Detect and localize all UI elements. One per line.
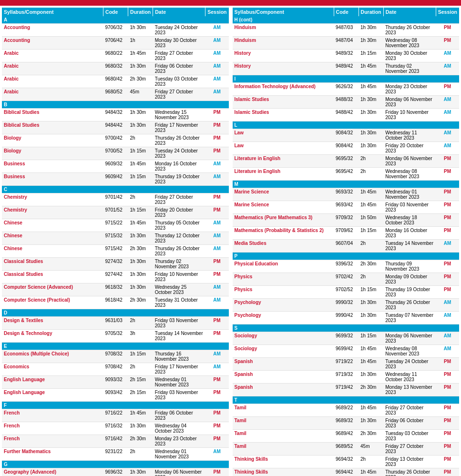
table-row: Hinduism9487/041h 30mWednesday 08 Novemb… — [233, 37, 460, 50]
duration-cell: 1h 15m — [128, 206, 153, 219]
duration-cell: 1h 45m — [359, 404, 383, 417]
date-cell: Friday 27 October 2023 — [153, 50, 205, 62]
table-row: Sociology9699/321h 15mMonday 06 November… — [233, 332, 460, 345]
code-cell: 9274/42 — [103, 271, 128, 284]
table-row: Chinese9715/422h 30mThursday 26 October … — [2, 245, 229, 258]
table-row: French9716/221h 45mFriday 06 October 202… — [2, 409, 229, 422]
code-cell: 9693/42 — [334, 201, 359, 214]
session-value: PM — [436, 201, 459, 214]
session-value: PM — [205, 468, 229, 476]
subject-name: Biology — [2, 134, 103, 147]
date-cell: Wednesday 08 November 2023 — [383, 168, 436, 181]
date-cell: Tuesday 03 October 2023 — [383, 430, 436, 443]
session-value: AM — [436, 142, 459, 155]
session-value: PM — [436, 83, 459, 96]
session-value: AM — [205, 284, 229, 296]
session-value: PM — [436, 417, 459, 430]
section-header: A — [2, 16, 229, 24]
subject-name: Tamil — [233, 417, 334, 430]
table-row: Information Technology (Advanced)9626/32… — [233, 83, 460, 96]
code-cell: 9716/42 — [103, 435, 128, 448]
section-header: H (cont) — [233, 16, 460, 24]
session-value: PM — [205, 147, 229, 160]
duration-cell: 2h 15m — [128, 389, 153, 402]
subject-name: English Language — [2, 389, 103, 402]
duration-cell: 2h — [128, 448, 153, 461]
date-cell: Wednesday 15 November 2023 — [153, 109, 205, 122]
table-row: Biology9700/422hThursday 26 October 2023… — [2, 134, 229, 147]
table-row: Accounting9706/321h 30mTuesday 24 Octobe… — [2, 24, 229, 37]
date-cell: Tuesday 14 November 2023 — [383, 240, 436, 253]
subject-name: Islamic Studies — [233, 109, 334, 122]
date-cell: Tuesday 24 October 2023 — [383, 358, 436, 371]
session-value: AM — [205, 37, 229, 50]
subject-name: Accounting — [2, 37, 103, 50]
table-row: English Language9093/422h 15mFriday 03 N… — [2, 389, 229, 402]
table-row: Biblical Studies9484/321h 30mWednesday 1… — [2, 109, 229, 122]
subject-name: Hinduism — [233, 24, 334, 37]
date-cell: Thursday 26 October 2023 — [383, 299, 436, 312]
table-row: Classical Studies9274/321h 30mThursday 0… — [2, 258, 229, 271]
subject-name: Design & Textiles — [2, 317, 103, 330]
section-header: F — [2, 402, 229, 409]
subject-name: Spanish — [233, 371, 334, 384]
table-row: Biology9700/521h 15mTuesday 24 October 2… — [2, 147, 229, 160]
duration-cell: 2h — [359, 155, 383, 168]
code-cell: 9695/42 — [334, 168, 359, 181]
duration-cell: 1h 30m — [359, 129, 383, 142]
code-cell: 9231/22 — [103, 448, 128, 461]
table-row: Spanish9719/422h 30mMonday 13 November 2… — [233, 384, 460, 396]
code-cell: 9719/22 — [334, 358, 359, 371]
date-cell: Friday 06 October 2023 — [153, 409, 205, 422]
session-value: AM — [205, 232, 229, 245]
table-row: Mathematics (Pure Mathematics 3)9709/321… — [233, 214, 460, 227]
date-cell: Thursday 26 October 2023 — [153, 245, 205, 258]
session-value: AM — [436, 109, 459, 122]
duration-cell: 2h — [359, 168, 383, 181]
session-value: AM — [436, 96, 459, 109]
table-row: Economics (Multiple Choice)9708/321h 15m… — [2, 350, 229, 363]
section-header: G — [2, 461, 229, 468]
date-cell: Monday 23 October 2023 — [383, 83, 436, 96]
subject-name: French — [2, 435, 103, 448]
code-cell: 9689/52 — [334, 443, 359, 456]
table-row: Business9609/321h 45mMonday 16 October 2… — [2, 160, 229, 173]
section-header: S — [233, 324, 460, 332]
date-cell: Monday 06 November 2023 — [383, 332, 436, 345]
duration-cell: 2h 30m — [359, 260, 383, 273]
duration-cell: 2h 30m — [128, 435, 153, 448]
session-value: PM — [436, 24, 459, 37]
subject-name: Classical Studies — [2, 271, 103, 284]
session-value: AM — [205, 160, 229, 173]
code-cell: 9702/52 — [334, 286, 359, 299]
code-cell: 9990/42 — [334, 312, 359, 324]
subject-name: Arabic — [2, 62, 103, 75]
col-header-date: Date — [383, 8, 436, 16]
date-cell: Thursday 19 October 2023 — [383, 286, 436, 299]
duration-cell: 1h 45m — [359, 468, 383, 476]
code-cell: 9618/42 — [103, 296, 128, 309]
date-cell: Tuesday 14 November 2023 — [153, 330, 205, 343]
duration-cell: 1h 30m — [359, 312, 383, 324]
table-row: Business9609/421h 15mThursday 19 October… — [2, 173, 229, 186]
date-cell: Wednesday 08 November 2023 — [383, 345, 436, 358]
date-cell: Wednesday 18 October 2023 — [383, 214, 436, 227]
duration-cell: 2h 15m — [128, 376, 153, 389]
date-cell: Wednesday 01 November 2023 — [153, 376, 205, 389]
date-cell: Wednesday 01 November 2023 — [383, 188, 436, 201]
table-row: Geography (Advanced)9696/321h 30mMonday … — [2, 468, 229, 476]
session-value: AM — [436, 312, 459, 324]
subject-name: Media Studies — [233, 240, 334, 253]
session-value: AM — [436, 62, 459, 75]
session-value: AM — [205, 448, 229, 461]
session-value: PM — [436, 188, 459, 201]
subject-name: Psychology — [233, 299, 334, 312]
code-cell: 9715/42 — [103, 245, 128, 258]
session-value: AM — [436, 299, 459, 312]
date-cell: Monday 13 November 2023 — [383, 384, 436, 396]
subject-name: Computer Science (Advanced) — [2, 284, 103, 296]
code-cell: 9709/62 — [334, 227, 359, 240]
subject-name: Sociology — [233, 345, 334, 358]
code-cell: 9487/04 — [334, 37, 359, 50]
code-cell: 9693/32 — [334, 188, 359, 201]
